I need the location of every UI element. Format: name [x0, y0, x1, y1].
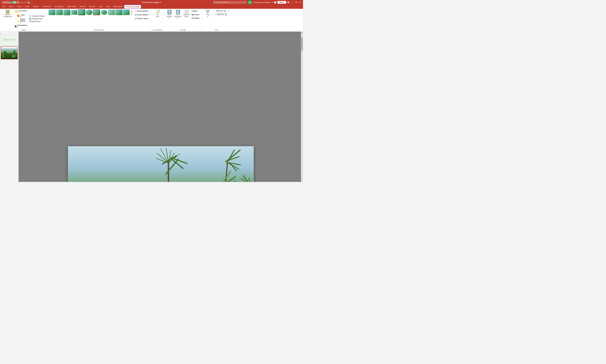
pen-icon[interactable]: ✎ — [271, 1, 273, 3]
style-thumb-6[interactable] — [86, 10, 93, 15]
tab-design[interactable]: Design — [31, 5, 40, 9]
styles-scroll: ▲ ▼ ⊞ — [130, 10, 133, 15]
undo-icon[interactable]: ↩ — [21, 1, 23, 4]
width-down-arrow[interactable]: ▼ — [225, 14, 227, 15]
transparency-label: Transparency — [17, 24, 27, 26]
styles-group-label: Picture Styles — [94, 29, 104, 31]
rotate-icon: ↻ — [192, 17, 193, 19]
reset-picture-button[interactable]: ↺ Reset Picture ▾ — [28, 20, 45, 23]
height-spinner: ▲ ▼ — [224, 10, 226, 12]
autosave-on-toggle[interactable] — [12, 1, 16, 3]
style-thumb-3[interactable] — [63, 10, 70, 15]
slide-thumb-1[interactable]: 1 TROPICAL LEAVES TRANSPARENT BACKGROUND — [1, 33, 18, 45]
picture-border-button[interactable]: ▭ Picture Border ▾ — [134, 10, 150, 13]
width-up-arrow[interactable]: ▲ — [225, 13, 227, 14]
tab-file[interactable]: File — [1, 5, 7, 9]
group-button[interactable]: ⊞ Group ▾ — [191, 13, 200, 16]
style-thumb-11[interactable] — [123, 9, 130, 15]
present-icon[interactable]: ⬜ — [274, 1, 276, 3]
reset-arrow: ▾ — [40, 21, 41, 22]
remove-bg-label: Remove Background — [4, 14, 12, 17]
style-thumb-2[interactable] — [56, 10, 63, 15]
tab-help[interactable]: Help — [104, 5, 112, 9]
tab-home[interactable]: Home — [7, 5, 15, 9]
tropical-image[interactable]: Windows aktivieren Wechseln Sie zu den E… — [68, 146, 254, 182]
tab-transitions[interactable]: Transitions — [40, 5, 53, 9]
alt-text-button[interactable]: 📝 Alt Text — [153, 10, 161, 18]
selection-pane-button[interactable]: ⬜ Selection Pane — [182, 10, 191, 18]
scroll-thumb[interactable] — [301, 37, 303, 51]
tab-insert[interactable]: Insert — [15, 5, 24, 9]
height-input[interactable] — [215, 10, 223, 12]
share-button[interactable]: Share — [277, 1, 286, 4]
picture-layout-button[interactable]: ⊞ Picture Layout ▾ — [134, 17, 150, 20]
transparency-button[interactable]: ◑ Transparency ▾ — [13, 24, 28, 28]
search-wrapper: 🔍 — [213, 1, 247, 4]
send-backward-button[interactable]: ⬇️ Send Backward ▾ — [174, 10, 182, 20]
width-input[interactable] — [216, 13, 224, 15]
remove-background-button[interactable]: 🖼️ Remove Background — [3, 10, 13, 18]
comments-icon[interactable]: 💬 — [287, 1, 289, 3]
color-button[interactable]: 🎨 Color ▾ — [13, 14, 28, 18]
compress-icon: 🗜️ — [29, 15, 31, 17]
style-thumb-10[interactable] — [115, 10, 122, 15]
corrections-icon: ☀️ — [14, 10, 18, 13]
tab-review[interactable]: Review — [87, 5, 97, 9]
style-thumb-8[interactable] — [101, 10, 107, 15]
styles-scroll-down[interactable]: ▼ — [130, 12, 133, 13]
accessibility-group-label: Accessibility — [153, 29, 162, 31]
save-icon[interactable]: 💾 — [27, 1, 30, 3]
tab-slidelizard[interactable]: SlideLizard — [111, 5, 124, 9]
tab-record[interactable]: Record — [78, 5, 87, 9]
picture-effects-button[interactable]: ◈ Picture Effects ▾ — [134, 13, 150, 16]
adjust-group-label: Adjust — [22, 29, 26, 31]
redo-icon[interactable]: ↪ — [24, 1, 26, 4]
tab-draw[interactable]: Draw — [24, 5, 31, 9]
group-label: Group — [194, 14, 198, 15]
minimize-button[interactable]: ─ — [290, 1, 294, 4]
align-button[interactable]: ≡ Align ▾ — [191, 10, 200, 13]
customize-icon[interactable]: ⌄ — [31, 1, 32, 3]
styles-scroll-up[interactable]: ▲ — [130, 10, 133, 12]
style-thumb-1[interactable] — [48, 10, 55, 15]
tab-slideshow[interactable]: Slide Show — [65, 5, 78, 9]
tab-animations[interactable]: Animations — [53, 5, 65, 9]
scroll-up-button[interactable]: ▲ — [301, 32, 303, 34]
style-thumb-9[interactable] — [108, 10, 115, 15]
restore-button[interactable]: ❐ — [295, 1, 297, 4]
height-up-arrow[interactable]: ▲ — [224, 10, 226, 11]
styles-expand[interactable]: ⊞ — [130, 13, 133, 15]
align-icon: ≡ — [192, 10, 193, 12]
tab-view[interactable]: View — [97, 5, 104, 9]
slide-thumb-2[interactable]: 2 — [1, 46, 18, 59]
height-down-arrow[interactable]: ▼ — [224, 11, 226, 12]
autosave-toggle[interactable]: AutoSave On — [1, 1, 20, 4]
width-icon: ↔ — [213, 13, 215, 15]
search-input[interactable] — [213, 1, 247, 4]
style-thumb-4[interactable] — [71, 10, 78, 15]
artistic-effects-button[interactable]: ✨ Artistic Effects ▾ — [13, 18, 28, 24]
user-avatar[interactable]: GJ — [248, 0, 252, 4]
layout-icon: ⊞ — [135, 17, 137, 20]
style-thumb-selected[interactable] — [93, 10, 100, 15]
border-arrow: ▾ — [148, 10, 149, 12]
compress-pictures-button[interactable]: 🗜️ Compress Pictures — [28, 15, 45, 17]
style-thumb-5[interactable] — [78, 10, 85, 15]
v-scrollbar[interactable]: ▲ ▼ — [301, 32, 303, 182]
transparency-icon: ◑ — [14, 25, 17, 28]
close-button[interactable]: ✕ — [299, 1, 302, 4]
corrections-button[interactable]: ☀️ Corrections ▾ — [13, 10, 28, 13]
crop-button[interactable]: ✂️ Crop ▾ — [204, 10, 212, 18]
handle-tr[interactable] — [253, 146, 254, 147]
adjust-subcol2: 🗜️ Compress Pictures 🔄 Change Picture ▾ … — [28, 10, 45, 28]
change-picture-button[interactable]: 🔄 Change Picture ▾ — [28, 18, 45, 20]
user-name: Gumpelmeyer Johanna — [253, 1, 271, 3]
tab-picture-format[interactable]: Picture Format — [124, 5, 141, 9]
bring-forward-button[interactable]: ⬆️ Bring Forward ▾ — [165, 10, 173, 20]
size-expand-icon[interactable]: ⤢ — [227, 10, 229, 12]
reset-icon: ↺ — [29, 20, 30, 23]
rotate-button[interactable]: ↻ Rotate ▾ — [191, 17, 200, 20]
artistic-label-wrap: Artistic Effects ▾ — [20, 18, 25, 24]
align-arrow: ▾ — [197, 10, 198, 12]
slide-image-2 — [1, 49, 17, 59]
